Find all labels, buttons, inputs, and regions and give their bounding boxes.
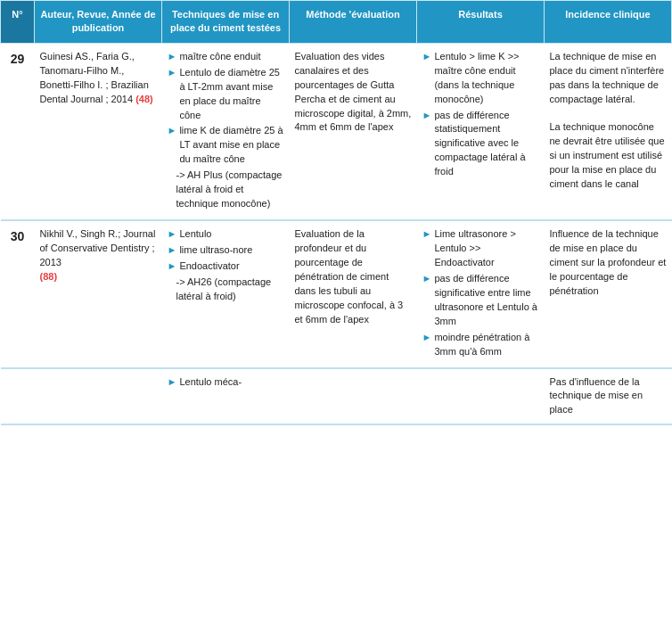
bullet-icon: ►: [422, 272, 432, 329]
technique-item: ► Lentulo de diamètre 25 à LT-2mm avant …: [168, 66, 284, 123]
bullet-icon: ►: [422, 50, 432, 107]
resultat-text: moindre pénétration à 3mm qu'à 6mm: [434, 331, 538, 359]
header-col-techniques: Techniques de mise en place du ciment te…: [162, 1, 290, 44]
table-row: 29 Guinesi AS., Faria G., Tanomaru-Filho…: [1, 43, 672, 220]
technique-item: ► lime K de diamètre 25 à LT avant mise …: [168, 124, 284, 167]
bullet-icon: ►: [168, 124, 177, 167]
row-techniques-29: ► maître cône enduit ► Lentulo de diamèt…: [162, 43, 290, 220]
technique-text: Lentulo méca-: [179, 375, 283, 390]
technique-text: Endoactivator: [179, 259, 283, 274]
bullet-icon: ►: [168, 375, 177, 390]
auteur-ref-30: (88): [40, 271, 58, 282]
technique-footer-30: -> AH26 (compactage latéral à froid): [176, 276, 284, 304]
table-row-partial: ► Lentulo méca- Pas d'influence de la te…: [1, 368, 672, 425]
technique-text: lime ultraso-nore: [179, 243, 283, 258]
resultat-text: pas de différence significative entre li…: [434, 272, 538, 329]
header-col-incidence: Incidence clinique: [545, 1, 672, 44]
header-col-number: N°: [1, 1, 35, 44]
resultat-item: ► pas de différence significative entre …: [422, 272, 539, 329]
technique-text: lime K de diamètre 25 à LT avant mise en…: [179, 124, 283, 167]
technique-footer-29: -> AH Plus (compactage latéral à froid e…: [176, 169, 284, 211]
auteur-text-30: Nikhil V., Singh R.; Journal of Conserva…: [40, 228, 156, 268]
bullet-icon: ►: [168, 227, 177, 242]
technique-text: Lentulo de diamètre 25 à LT-2mm avant mi…: [179, 66, 283, 123]
technique-text: Lentulo: [179, 227, 283, 242]
bullet-icon: ►: [168, 66, 177, 123]
resultat-item: ► Lime ultrasonore > Lentulo >> Endoacti…: [422, 227, 539, 270]
row-number-29: 29: [1, 43, 35, 220]
row-techniques-30: ► Lentulo ► lime ultraso-nore ► Endoacti…: [162, 220, 290, 367]
row-auteur-29: Guinesi AS., Faria G., Tanomaru-Filho M.…: [35, 43, 162, 220]
bullet-icon: ►: [168, 259, 177, 274]
row-auteur-31: [35, 368, 162, 425]
resultat-text: pas de différence statistiquement signif…: [434, 109, 538, 180]
row-techniques-31: ► Lentulo méca-: [162, 368, 290, 425]
bullet-icon: ►: [168, 50, 177, 64]
bullet-icon: ►: [422, 331, 432, 359]
row-methode-31: [290, 368, 417, 425]
bullet-icon: ►: [422, 109, 432, 180]
technique-item: ► Endoactivator: [168, 259, 284, 274]
bullet-icon: ►: [422, 227, 432, 270]
resultat-item: ► pas de différence statistiquement sign…: [422, 109, 539, 180]
row-number-31: [1, 368, 35, 425]
row-incidence-30: Influence de la technique de mise en pla…: [545, 220, 672, 367]
resultat-item: ► moindre pénétration à 3mm qu'à 6mm: [422, 331, 539, 359]
header-col-auteur: Auteur, Revue, Année de publication: [35, 1, 162, 44]
row-number-30: 30: [1, 220, 35, 367]
row-resultats-29: ► Lentulo > lime K >> maître cône enduit…: [417, 43, 545, 220]
header-col-methode: Méthode 'évaluation: [290, 1, 417, 44]
technique-item: ► Lentulo: [168, 227, 284, 242]
technique-text: maître cône enduit: [179, 50, 283, 64]
table-row: 30 Nikhil V., Singh R.; Journal of Conse…: [1, 220, 672, 367]
row-incidence-31: Pas d'influence de la technique de mise …: [545, 368, 672, 425]
resultat-item: ► Lentulo > lime K >> maître cône enduit…: [422, 50, 539, 107]
row-resultats-30: ► Lime ultrasonore > Lentulo >> Endoacti…: [417, 220, 545, 367]
row-methode-29: Evaluation des vides canalaires et des p…: [290, 43, 417, 220]
technique-item: ► lime ultraso-nore: [168, 243, 284, 258]
auteur-ref-29: (48): [135, 94, 153, 104]
row-auteur-30: Nikhil V., Singh R.; Journal of Conserva…: [35, 220, 162, 367]
row-incidence-29: La technique de mise en place du ciment …: [545, 43, 672, 220]
technique-item: ► maître cône enduit: [168, 50, 284, 64]
resultat-text: Lime ultrasonore > Lentulo >> Endoactiva…: [434, 227, 538, 270]
header-col-resultats: Résultats: [417, 1, 545, 44]
auteur-text-29: Guinesi AS., Faria G., Tanomaru-Filho M.…: [40, 51, 149, 104]
row-methode-30: Evaluation de la profondeur et du pource…: [290, 220, 417, 367]
row-resultats-31: [417, 368, 545, 425]
technique-item: ► Lentulo méca-: [168, 375, 284, 390]
resultat-text: Lentulo > lime K >> maître cône enduit (…: [434, 50, 538, 107]
bullet-icon: ►: [168, 243, 177, 258]
